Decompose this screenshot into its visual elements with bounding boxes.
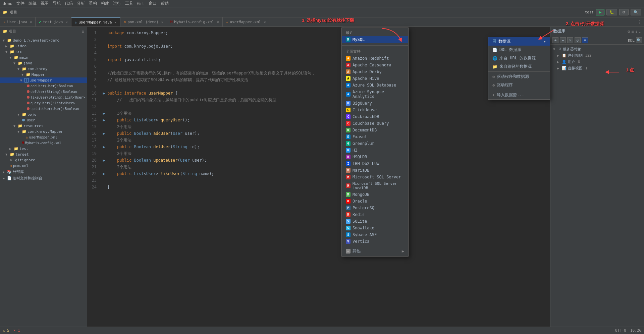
tab-pom-xml[interactable]: m pom.xml (demo) ✕ (120, 17, 167, 27)
dropdown-mariadb[interactable]: M MariaDB (342, 167, 408, 174)
db-list-icon[interactable]: ≡ (631, 29, 634, 34)
dropdown-greenplum[interactable]: G Greenplum (342, 140, 408, 147)
dropdown-datasource[interactable]: 🗄 数据源 ▶ (488, 37, 550, 46)
run-button[interactable]: ▶ (596, 9, 604, 15)
dropdown-other[interactable]: … 其他 ▶ (342, 247, 408, 255)
tree-item-comknroy-mapper[interactable]: ▼ 📁 com.knroy.Mapper (0, 129, 87, 134)
tree-item-pom[interactable]: m pom.xml (0, 163, 87, 169)
menu-help[interactable]: 帮助 (161, 1, 169, 6)
dropdown-snowflake[interactable]: S Snowflake (342, 225, 408, 231)
dropdown-vertica[interactable]: V Vertica (342, 238, 408, 245)
db-filter2-btn[interactable]: 🔍 (636, 37, 642, 43)
menu-git[interactable]: Git (137, 1, 145, 6)
tree-item-demo[interactable]: ▼ 📁 demo E:\JavaTest\demo (0, 38, 87, 43)
tree-item-queryuser[interactable]: queryUser():List<User> (0, 100, 87, 106)
dropdown-sqlite[interactable]: S SQLite (342, 218, 408, 225)
tree-item-usermapper[interactable]: ▼ I userMapper (0, 77, 87, 83)
tab-close-usermapper-xml[interactable]: ✕ (264, 20, 266, 24)
dropdown-h2[interactable]: H H2 (342, 147, 408, 154)
menu-code[interactable]: 代码 (65, 1, 73, 6)
tree-item-deluser[interactable]: delUser(String):Boolean (0, 89, 87, 95)
dropdown-driver-datasource[interactable]: ⚙ 驱动程序和数据源 (488, 72, 550, 81)
menu-tools[interactable]: 工具 (125, 1, 133, 6)
dropdown-apache-cassandra[interactable]: A Apache Cassandra (342, 62, 408, 68)
dropdown-exasol[interactable]: E Exasol (342, 133, 408, 140)
tree-item-user-class[interactable]: User (0, 117, 87, 123)
dropdown-oracle[interactable]: O Oracle (342, 198, 408, 205)
dropdown-mysql[interactable]: M MySQL (342, 36, 408, 43)
dropdown-ibm-db2[interactable]: I IBM Db2 LUW (342, 160, 408, 167)
dropdown-mssql[interactable]: M Microsoft SQL Server (342, 174, 408, 180)
db-minus-btn[interactable]: − (560, 37, 566, 43)
tree-item-likeuser[interactable]: likeUser(String):List<User> (0, 95, 87, 100)
tab-close-usermapper[interactable]: ✕ (115, 20, 117, 24)
tab-usermapper-java[interactable]: ☕ userMapper.java ✕ (71, 17, 120, 27)
db-add-btn[interactable]: + (552, 37, 558, 43)
tab-mybatis-config[interactable]: M Mybatis-config.xml ✕ (167, 17, 223, 27)
tree-item-pojo[interactable]: ▼ 📁 pojo (0, 112, 87, 117)
db-edit-btn[interactable]: ✎ (567, 37, 573, 43)
menu-edit[interactable]: 编辑 (29, 1, 37, 6)
tree-item-resources[interactable]: ▼ 📁 resources (0, 123, 87, 129)
dropdown-redis[interactable]: R Redis (342, 211, 408, 218)
dropdown-path-datasource[interactable]: 📁 来自路径的数据源 (488, 62, 550, 71)
menu-window[interactable]: 窗口 (149, 1, 157, 6)
tree-item-mybatis-xml[interactable]: M Mybatis-config.xml (0, 140, 87, 146)
tree-item-comknroy[interactable]: ▼ 📁 com.knroy (0, 66, 87, 72)
tree-item-target[interactable]: ▼ 📁 target (0, 152, 87, 157)
menu-view[interactable]: 视图 (41, 1, 49, 6)
dropdown-couchbase[interactable]: C Couchbase Query (342, 120, 408, 127)
menu-build[interactable]: 构建 (101, 1, 109, 6)
menu-run[interactable]: 运行 (113, 1, 121, 6)
dropdown-postgresql[interactable]: P PostgreSQL (342, 205, 408, 211)
dropdown-clickhouse[interactable]: C ClickHouse (342, 107, 408, 113)
search-button[interactable]: 🔍 (631, 9, 641, 15)
tree-item-temp-files[interactable]: ▶ 📄 临时文件和控制台 (0, 175, 87, 181)
tree-item-updateuser[interactable]: updateUser(User):Boolean (0, 106, 87, 112)
tab-usermapper-xml[interactable]: ☕ userMapper.xml ✕ (223, 17, 269, 27)
more-tabs-btn[interactable]: ⋮ (635, 20, 644, 24)
tab-close-pom[interactable]: ✕ (161, 20, 163, 24)
dropdown-sybase[interactable]: S Sybase ASE (342, 231, 408, 238)
tree-item-gitignore[interactable]: ⊗ .gitignore (0, 157, 87, 163)
db-virtual-views[interactable]: ▶ 📊 虚拟视图 1 (550, 65, 644, 71)
db-users[interactable]: ▶ 👤 用户 8 (550, 59, 644, 65)
tree-item-idea[interactable]: ▶ 📁 .idea (0, 43, 87, 49)
db-more-icon[interactable]: … (639, 29, 641, 34)
tab-close-mybatis[interactable]: ✕ (217, 20, 219, 24)
menu-refactor[interactable]: 重构 (89, 1, 97, 6)
tree-item-main[interactable]: ▼ 📁 main (0, 55, 87, 60)
dropdown-hsqldb[interactable]: H HSQLDB (342, 154, 408, 160)
db-settings-icon[interactable]: ⚙ (628, 29, 630, 34)
sidebar-settings-icon[interactable]: ⚙ (82, 29, 84, 34)
dropdown-azure-sql[interactable]: A Azure SQL Database (342, 82, 408, 89)
tab-user-java[interactable]: ☕ User.java ✕ (0, 17, 36, 27)
db-server-objects[interactable]: ▼ 🖥 服务器对象 (550, 46, 644, 52)
tab-test-java[interactable]: ✔ test.java ✕ (36, 17, 71, 27)
dropdown-documentdb[interactable]: D DocumentDB (342, 127, 408, 133)
dropdown-mssql-local[interactable]: M Microsoft SQL Server LocalDB (342, 180, 408, 191)
tree-item-java[interactable]: ▼ 📁 java (0, 60, 87, 66)
tree-item-src[interactable]: ▼ 📁 src (0, 49, 87, 55)
menu-analyze[interactable]: 分析 (77, 1, 85, 6)
dropdown-azure-synapse[interactable]: A Azure Synapse Analytics (342, 89, 408, 100)
db-filter-btn[interactable]: ▼ (582, 37, 588, 43)
dropdown-cockroachdb[interactable]: C CockroachDB (342, 113, 408, 120)
dropdown-apache-derby[interactable]: A Apache Derby (342, 68, 408, 75)
dropdown-bigquery[interactable]: B BigQuery (342, 100, 408, 107)
db-refresh-btn[interactable]: ↺ (575, 37, 581, 43)
menu-navigate[interactable]: 导航 (53, 1, 61, 6)
db-sort-icon[interactable]: ↕ (635, 29, 638, 34)
dropdown-import-datasource[interactable]: ⬆ 导入数据源... (488, 91, 550, 99)
tree-item-mapper[interactable]: ▼ 📁 Mapper (0, 72, 87, 77)
menu-file[interactable]: 文件 (16, 1, 24, 6)
menu-demo[interactable]: demo (3, 1, 12, 6)
tab-close-test[interactable]: ✕ (66, 20, 68, 24)
tree-item-usermapper-xml[interactable]: ☕ userMapper.xml (0, 134, 87, 140)
tree-item-test[interactable]: ▶ 📁 test (0, 146, 87, 152)
dropdown-apache-hive[interactable]: A Apache Hive (342, 75, 408, 82)
settings-button[interactable]: ⚙ (619, 9, 629, 15)
db-sequences[interactable]: ▶ 📋 序列规则 322 (550, 52, 644, 59)
dropdown-mongodb[interactable]: M MongoDB (342, 191, 408, 198)
dropdown-driver[interactable]: ⚙ 驱动程序 (488, 81, 550, 89)
